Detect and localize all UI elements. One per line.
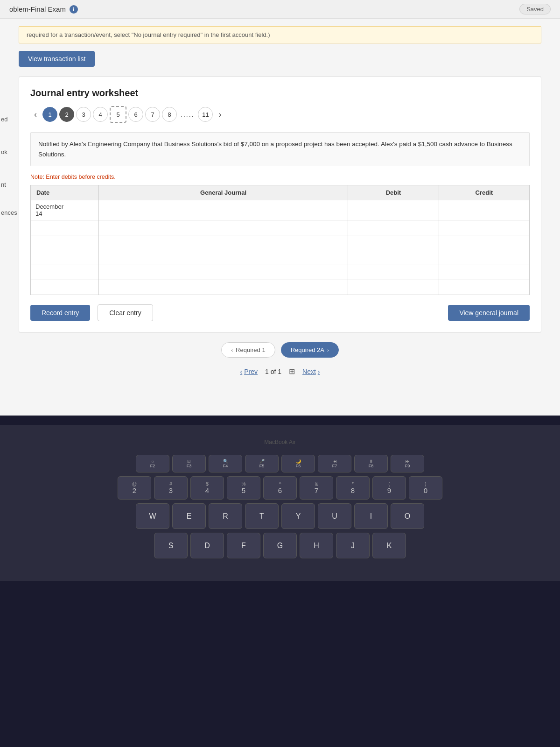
key-s[interactable]: S [154,533,188,558]
key-e[interactable]: E [172,503,206,529]
debit-input-5[interactable] [348,265,438,280]
key-0[interactable]: ) 0 [409,476,442,500]
required1-tab[interactable]: ‹ Required 1 [221,342,275,358]
key-g[interactable]: G [263,533,297,558]
key-3[interactable]: # 3 [154,476,188,500]
page-btn-11[interactable]: 11 [198,107,213,122]
page-btn-8[interactable]: 8 [162,107,177,122]
key-w[interactable]: W [136,503,169,529]
debit-cell-6[interactable] [348,280,439,295]
page-btn-4[interactable]: 4 [93,107,108,122]
journal-input-1[interactable] [99,200,348,220]
credit-input-6[interactable] [439,280,529,295]
key-o[interactable]: O [391,503,424,529]
key-8[interactable]: * 8 [336,476,370,500]
key-5[interactable]: % 5 [227,476,260,500]
key-i[interactable]: I [354,503,388,529]
page-btn-6[interactable]: 6 [128,107,143,122]
journal-cell-1[interactable] [98,200,348,220]
sidebar-item-ences: ences [1,209,17,216]
journal-cell-4[interactable] [98,250,348,265]
key-f4[interactable]: 🔍 F4 [209,455,242,472]
record-entry-button[interactable]: Record entry [30,305,90,321]
key-2[interactable]: @ 2 [118,476,151,500]
info-icon[interactable]: i [70,5,78,14]
key-u[interactable]: U [318,503,351,529]
prev-label: Prev [244,368,258,375]
journal-cell-6[interactable] [98,280,348,295]
debit-input-2[interactable] [348,220,438,235]
debit-cell-2[interactable] [348,220,439,235]
credit-input-2[interactable] [439,220,529,235]
credit-input-4[interactable] [439,250,529,265]
key-f3[interactable]: ⊡ F3 [172,455,206,472]
key-y[interactable]: Y [281,503,315,529]
key-t[interactable]: T [245,503,279,529]
debit-cell-5[interactable] [348,265,439,280]
debit-input-3[interactable] [348,235,438,250]
page-btn-3[interactable]: 3 [76,107,91,122]
key-f2[interactable]: ☼ F2 [136,455,169,472]
key-h[interactable]: H [300,533,333,558]
debit-input-1[interactable] [348,200,438,220]
journal-input-3[interactable] [99,235,348,250]
required2a-tab[interactable]: Required 2A › [281,342,339,358]
debit-cell-4[interactable] [348,250,439,265]
next-button[interactable]: Next › [302,368,320,375]
key-f7[interactable]: ⏮ F7 [318,455,351,472]
journal-input-6[interactable] [99,280,348,295]
table-row [31,235,530,250]
key-4[interactable]: $ 4 [190,476,224,500]
credit-cell-1[interactable] [439,200,529,220]
macbook-label: MacBook Air [9,439,551,445]
debit-cell-1[interactable] [348,200,439,220]
view-general-journal-button[interactable]: View general journal [448,305,530,321]
total-pages: 1 [278,368,281,375]
key-f6[interactable]: 🌙 F6 [281,455,315,472]
credit-input-3[interactable] [439,235,529,250]
key-d[interactable]: D [190,533,224,558]
required2a-chevron-right: › [327,347,329,353]
instruction-bar: required for a transaction/event, select… [19,26,541,43]
key-f8[interactable]: ⏸ F8 [354,455,388,472]
key-6[interactable]: ^ 6 [263,476,297,500]
date-cell-4 [31,250,99,265]
page-selected-5[interactable]: 5 [110,106,126,123]
credit-cell-4[interactable] [439,250,529,265]
grid-icon[interactable]: ⊞ [289,367,295,376]
journal-cell-3[interactable] [98,235,348,250]
journal-input-5[interactable] [99,265,348,280]
credit-cell-5[interactable] [439,265,529,280]
credit-cell-3[interactable] [439,235,529,250]
journal-cell-2[interactable] [98,220,348,235]
credit-cell-6[interactable] [439,280,529,295]
page-prev-nav[interactable]: ‹ [30,108,41,121]
description-box: Notified by Alex's Engineering Company t… [30,132,530,166]
key-9[interactable]: ( 9 [372,476,406,500]
key-j[interactable]: J [336,533,370,558]
key-f[interactable]: F [227,533,260,558]
key-f9[interactable]: ⏭ F9 [391,455,424,472]
view-transaction-button[interactable]: View transaction list [19,51,95,67]
debit-cell-3[interactable] [348,235,439,250]
credit-input-5[interactable] [439,265,529,280]
prev-button[interactable]: ‹ Prev [240,368,258,375]
key-r[interactable]: R [209,503,242,529]
key-k[interactable]: K [372,533,406,558]
journal-cell-5[interactable] [98,265,348,280]
page-btn-2[interactable]: 2 [59,107,74,122]
clear-entry-button[interactable]: Clear entry [98,304,153,321]
sidebar-item-nt: nt [1,181,6,188]
key-f5[interactable]: 🎤 F5 [245,455,279,472]
journal-input-2[interactable] [99,220,348,235]
debit-input-6[interactable] [348,280,438,295]
key-7[interactable]: & 7 [300,476,333,500]
credit-cell-2[interactable] [439,220,529,235]
page-btn-1[interactable]: 1 [42,107,57,122]
main-content: required for a transaction/event, select… [0,19,560,416]
debit-input-4[interactable] [348,250,438,265]
page-btn-7[interactable]: 7 [145,107,160,122]
journal-input-4[interactable] [99,250,348,265]
page-next-nav[interactable]: › [215,108,225,121]
credit-input-1[interactable] [439,200,529,220]
